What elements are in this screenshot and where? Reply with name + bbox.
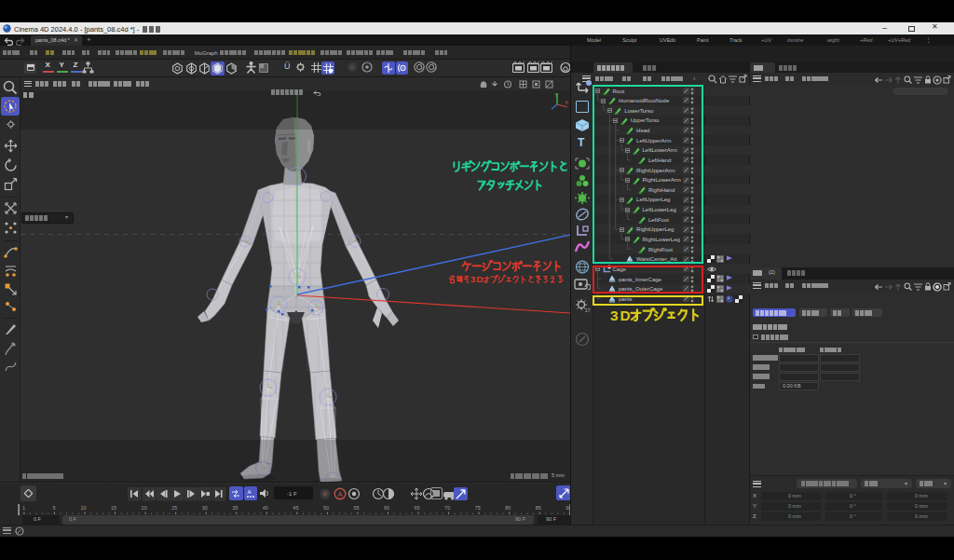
svg-text:Y: Y — [554, 92, 558, 98]
svg-text:A: A — [247, 489, 251, 495]
svg-text:80: 80 — [505, 505, 511, 511]
svg-text:75: 75 — [475, 505, 481, 511]
svg-text:60: 60 — [384, 505, 389, 511]
svg-text:45: 45 — [293, 505, 298, 511]
svg-text:40: 40 — [263, 505, 268, 511]
svg-text:25: 25 — [171, 505, 177, 511]
svg-text:A: A — [337, 489, 342, 498]
svg-text:65: 65 — [415, 505, 420, 511]
svg-text:30: 30 — [202, 505, 208, 511]
svg-text:17: 17 — [585, 307, 591, 313]
svg-text:20: 20 — [142, 505, 147, 511]
svg-text:5: 5 — [52, 505, 55, 511]
svg-text:35: 35 — [232, 505, 238, 511]
svg-text:X: X — [565, 100, 568, 105]
svg-text:50: 50 — [323, 505, 329, 511]
svg-text:3: 3 — [610, 307, 619, 323]
svg-text:55: 55 — [353, 505, 359, 511]
svg-text:1: 1 — [22, 505, 25, 511]
svg-text:3: 3 — [470, 275, 476, 284]
svg-text:15: 15 — [111, 505, 116, 511]
svg-text:10: 10 — [81, 505, 87, 511]
svg-text:85: 85 — [536, 505, 541, 511]
svg-text:D: D — [476, 275, 483, 284]
svg-text:D: D — [620, 307, 630, 323]
svg-text:70: 70 — [444, 505, 450, 511]
